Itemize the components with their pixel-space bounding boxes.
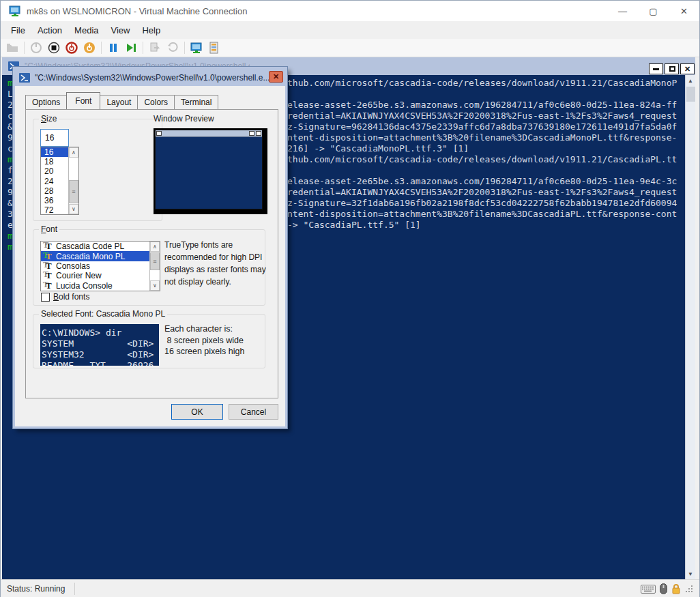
close-button[interactable]: ✕: [669, 1, 699, 21]
bold-fonts-checkbox[interactable]: Bold fonts: [41, 292, 89, 302]
size-option[interactable]: 28: [41, 186, 68, 196]
open-settings-icon[interactable]: [3, 40, 21, 55]
scroll-up-icon[interactable]: ∧: [150, 242, 160, 252]
revert-icon[interactable]: [164, 40, 181, 55]
font-option[interactable]: TTLucida Console: [41, 281, 150, 291]
selected-font-label: Selected Font: Cascadia Mono PL: [39, 309, 167, 319]
size-option[interactable]: 20: [41, 166, 68, 176]
font-label: Font: [39, 224, 59, 234]
keyboard-icon: [641, 585, 656, 594]
font-properties-dialog: "C:\Windows\System32\WindowsPowerShell\v…: [13, 67, 287, 428]
scroll-down-icon[interactable]: ▼: [686, 568, 695, 579]
menubar: File Action Media View Help: [1, 21, 699, 39]
font-option[interactable]: TTCascadia Code PL: [41, 242, 150, 251]
selected-font-group: Selected Font: Cascadia Mono PL C:\WINDO…: [33, 314, 265, 368]
menu-file[interactable]: File: [5, 21, 31, 39]
scroll-down-icon[interactable]: ∨: [69, 204, 78, 214]
size-group: Size 16 16 18 20 24 28 36 72 ∧ ≡ ∨: [33, 119, 162, 221]
window-title: mk8s on WSLNOMICRON - Virtual Machine Co…: [27, 6, 247, 16]
start-icon[interactable]: [27, 40, 45, 55]
status-text: Status: Running: [1, 584, 65, 594]
app-titlebar: mk8s on WSLNOMICRON - Virtual Machine Co…: [1, 1, 699, 21]
size-option[interactable]: 16: [41, 147, 68, 157]
size-scrollbar[interactable]: ∧ ≡ ∨: [68, 147, 78, 214]
pause-icon[interactable]: [104, 40, 122, 55]
size-option[interactable]: 72: [41, 205, 68, 215]
truetype-icon: TT: [43, 272, 53, 280]
scrollbar-thumb[interactable]: ≡: [69, 180, 78, 203]
console-close-button[interactable]: ✕: [680, 63, 695, 74]
enhanced-session-icon[interactable]: [188, 40, 205, 55]
truetype-icon: TT: [43, 242, 53, 250]
menu-action[interactable]: Action: [31, 21, 68, 39]
powershell-icon: [19, 73, 30, 83]
shut-down-icon[interactable]: [63, 40, 81, 55]
cancel-button[interactable]: Cancel: [229, 404, 278, 420]
tab-options[interactable]: Options: [25, 95, 67, 109]
size-label: Size: [39, 114, 59, 123]
dialog-title: "C:\Windows\System32\WindowsPowerShell\v…: [35, 73, 269, 83]
menu-media[interactable]: Media: [68, 21, 104, 39]
size-option[interactable]: 36: [41, 196, 68, 205]
font-scrollbar[interactable]: ∧ ≡ ∨: [149, 242, 160, 291]
lock-icon: [671, 583, 681, 594]
devices-icon[interactable]: [205, 40, 223, 55]
tab-colors[interactable]: Colors: [137, 95, 175, 109]
console-scrollbar[interactable]: ▲ ▼: [685, 75, 695, 579]
char-info: Each character is: 8 screen pixels wide …: [164, 323, 244, 358]
dialog-titlebar: "C:\Windows\System32\WindowsPowerShell\v…: [15, 69, 285, 86]
menu-help[interactable]: Help: [136, 21, 166, 39]
font-tab-page: Size 16 16 18 20 24 28 36 72 ∧ ≡ ∨: [25, 109, 278, 398]
size-option[interactable]: 18: [41, 157, 68, 166]
save-state-icon[interactable]: [81, 40, 98, 55]
resize-grip[interactable]: [685, 585, 694, 594]
turn-off-icon[interactable]: [45, 40, 63, 55]
truetype-note: TrueType fonts are recommended for high …: [164, 239, 272, 288]
mouse-icon: [660, 583, 667, 594]
font-preview: C:\WINDOWS> dir SYSTEM <DIR> SYSTEM32 <D…: [40, 324, 159, 366]
step-icon[interactable]: [122, 40, 140, 55]
font-option[interactable]: TTCascadia Mono PL: [41, 251, 150, 261]
vm-connection-window: mk8s on WSLNOMICRON - Virtual Machine Co…: [0, 0, 700, 597]
console-minimize-button[interactable]: [649, 63, 663, 74]
console-maximize-button[interactable]: [665, 63, 679, 74]
tab-layout[interactable]: Layout: [100, 95, 138, 109]
dialog-content: Options Font Layout Colors Terminal Size…: [15, 86, 285, 426]
font-group: Font TTCascadia Code PL TTCascadia Mono …: [33, 229, 265, 306]
window-preview: [154, 128, 267, 214]
menu-view[interactable]: View: [105, 21, 136, 39]
tab-terminal[interactable]: Terminal: [174, 95, 218, 109]
toolbar: [1, 39, 699, 57]
maximize-button[interactable]: ▢: [638, 1, 669, 21]
statusbar: Status: Running: [1, 579, 699, 597]
checkpoint-icon[interactable]: [146, 40, 164, 55]
truetype-icon: TT: [43, 262, 53, 270]
font-option[interactable]: TTCourier New: [41, 271, 150, 280]
scrollbar-thumb[interactable]: [686, 87, 695, 102]
dialog-close-button[interactable]: ✕: [269, 71, 283, 83]
scrollbar-thumb[interactable]: ≡: [150, 252, 160, 270]
truetype-icon: TT: [43, 252, 53, 261]
scroll-down-icon[interactable]: ∨: [150, 280, 160, 291]
app-icon: [9, 5, 21, 17]
font-option[interactable]: TTConsolas: [41, 261, 150, 271]
tab-strip: Options Font Layout Colors Terminal: [25, 93, 218, 109]
truetype-icon: TT: [43, 282, 53, 290]
console-text: thub.com/microsoft/cascadia-code/release…: [287, 78, 677, 252]
scroll-up-icon[interactable]: ▲: [686, 75, 695, 86]
checkbox-icon[interactable]: [41, 293, 50, 302]
size-option[interactable]: 24: [41, 177, 68, 186]
console-left-column: mL2c&9cmf29&3emm: [8, 78, 13, 252]
size-listbox[interactable]: 16 18 20 24 28 36 72 ∧ ≡ ∨: [40, 147, 79, 215]
tab-font[interactable]: Font: [66, 92, 100, 109]
ok-button[interactable]: OK: [171, 404, 223, 420]
font-listbox[interactable]: TTCascadia Code PL TTCascadia Mono PL TT…: [40, 241, 160, 291]
scroll-up-icon[interactable]: ∧: [69, 147, 78, 158]
minimize-button[interactable]: —: [607, 1, 638, 21]
size-input[interactable]: 16: [40, 129, 69, 147]
window-preview-label: Window Preview: [154, 114, 214, 123]
bold-fonts-label: Bold fonts: [53, 292, 89, 302]
preview-titlebar: [156, 130, 262, 137]
